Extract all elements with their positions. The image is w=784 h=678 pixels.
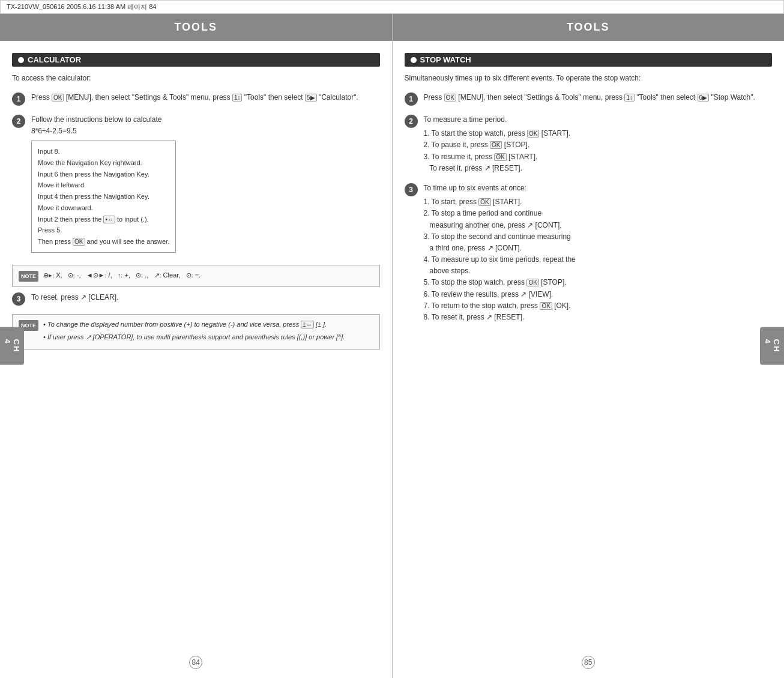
ch-tab-right: CH4	[760, 327, 784, 365]
sw2-item-3: 3. To resume it, press OK [START].	[424, 151, 571, 163]
step-3: 3 To reset, press ↗ [CLEAR].	[12, 292, 380, 306]
right-page-number: 85	[393, 647, 785, 678]
left-header: TOOLS	[0, 14, 392, 41]
right-header: TOOLS	[393, 14, 785, 41]
stopwatch-intro: Simultaneously times up to six different…	[405, 73, 773, 83]
instr-6: Move it downward.	[38, 202, 169, 214]
resume-key: OK	[494, 153, 506, 161]
sw-step-2: 2 To measure a time period. 1. To start …	[405, 114, 773, 174]
sw-step3-items: 1. To start, press OK [START]. 2. To sto…	[424, 196, 576, 323]
sw2-item-2: 2. To pause it, press OK [STOP].	[424, 139, 571, 151]
calc-note-box: NOTE • To change the displayed number fr…	[12, 314, 380, 350]
step-1: 1 Press OK [MENU], then select "Settings…	[12, 92, 380, 106]
sw2-item-4: To reset it, press ↗ [RESET].	[424, 163, 571, 174]
sw-step-3: 3 To time up to six events at once: 1. T…	[405, 183, 773, 323]
file-bar-text: TX-210VW_050616 2005.6.16 11:38 AM 페이지 8…	[7, 3, 157, 10]
sw-tools-key: 1↕	[624, 94, 635, 101]
sw-step-2-content: To measure a time period. 1. To start th…	[424, 114, 571, 174]
sw3-item-4: 4. To measure up to six time periods, re…	[424, 254, 576, 277]
ok-key: OK	[73, 238, 85, 246]
file-bar: TX-210VW_050616 2005.6.16 11:38 AM 페이지 8…	[0, 0, 784, 14]
stop-key-1: OK	[490, 141, 502, 149]
sw-step-3-content: To time up to six events at once: 1. To …	[424, 183, 576, 323]
sw3-item-7: 7. To return to the stop watch, press OK…	[424, 300, 576, 312]
tools-key: 1↕	[232, 94, 243, 101]
instruction-box: Input 8. Move the Navigation Key rightwa…	[31, 141, 176, 252]
left-content: To access the calculator: 1 Press OK [ME…	[0, 73, 392, 647]
ch-tab-left: CH4	[0, 327, 24, 365]
step-2-number: 2	[12, 115, 25, 128]
stopwatch-heading: STOP WATCH	[405, 53, 773, 67]
instr-1: Input 8.	[38, 146, 169, 157]
calc-key: 5▶	[305, 94, 317, 101]
calc-note-1: • To change the displayed number from po…	[43, 319, 373, 330]
calc-intro: To access the calculator:	[12, 73, 380, 83]
calc-notes: • To change the displayed number from po…	[43, 319, 373, 344]
symbol-line: ⊕▸: X, ⊙: -, ◄⊙►: /, ↑: +, ⊙: ., ↗: Clea…	[43, 270, 373, 281]
sw-select-key: 6▶	[698, 94, 710, 101]
sw-step2-items: 1. To start the stop watch, press OK [ST…	[424, 128, 571, 174]
instr-5: Input 4 then press the Navigation Key.	[38, 191, 169, 202]
plusminus-key: ±↔	[301, 321, 314, 328]
sw3-item-5: 5. To stop the stop watch, press OK [STO…	[424, 277, 576, 288]
stop-key-2: OK	[526, 279, 538, 286]
symbol-note-box: NOTE ⊕▸: X, ⊙: -, ◄⊙►: /, ↑: +, ⊙: ., ↗:…	[12, 265, 380, 287]
start-key-1: OK	[527, 130, 539, 138]
sw3-item-6: 6. To review the results, press ↗ [VIEW]…	[424, 289, 576, 300]
sw-step-3-number: 3	[405, 183, 418, 196]
step-1-content: Press OK [MENU], then select "Settings &…	[31, 92, 358, 103]
sw3-item-1: 1. To start, press OK [START].	[424, 196, 576, 208]
heading-dot	[18, 57, 24, 63]
step-3-content: To reset, press ↗ [CLEAR].	[31, 292, 118, 303]
instr-7: Input 2 then press the •↔ to input (.).	[38, 214, 169, 225]
ok-key-sw: OK	[540, 302, 552, 310]
sw-step-1-content: Press OK [MENU], then select "Settings &…	[424, 92, 755, 103]
sw3-item-8: 8. To reset it, press ↗ [RESET].	[424, 312, 576, 323]
sw-step-2-number: 2	[405, 115, 418, 128]
instr-2: Move the Navigation Key rightward.	[38, 157, 169, 169]
stopwatch-dot	[411, 57, 417, 63]
right-page: CH4 TOOLS STOP WATCH Simultaneously time…	[393, 14, 785, 678]
sw3-item-2: 2. To stop a time period and continue me…	[424, 208, 576, 231]
right-content: Simultaneously times up to six different…	[393, 73, 785, 647]
step-2: 2 Follow the instructions below to calcu…	[12, 114, 380, 256]
left-page: CH4 TOOLS CALCULATOR To access the calcu…	[0, 14, 393, 678]
calc-note-2: • If user press ↗ [OPERATOR], to use mul…	[43, 332, 373, 343]
dot-key: •↔	[103, 216, 115, 223]
start-key-2: OK	[478, 198, 490, 206]
step-3-number: 3	[12, 292, 25, 306]
sw-step-1-number: 1	[405, 92, 418, 106]
step-1-number: 1	[12, 92, 25, 106]
instr-3: Input 6 then press the Navigation Key.	[38, 169, 169, 180]
menu-key: OK	[52, 94, 64, 101]
instr-9: Then press OK and you will see the answe…	[38, 236, 169, 247]
note-badge-symbol: NOTE	[19, 271, 38, 282]
instr-4: Move it leftward.	[38, 180, 169, 191]
sw2-item-1: 1. To start the stop watch, press OK [ST…	[424, 128, 571, 139]
sw-menu-key: OK	[444, 94, 456, 101]
sw3-item-3: 3. To stop the second and continue measu…	[424, 231, 576, 254]
instr-8: Press 5.	[38, 225, 169, 236]
calculator-heading: CALCULATOR	[12, 53, 380, 67]
left-page-number: 84	[0, 647, 392, 678]
sw-step-1: 1 Press OK [MENU], then select "Settings…	[405, 92, 773, 106]
step-2-content: Follow the instructions below to calcula…	[31, 114, 176, 256]
